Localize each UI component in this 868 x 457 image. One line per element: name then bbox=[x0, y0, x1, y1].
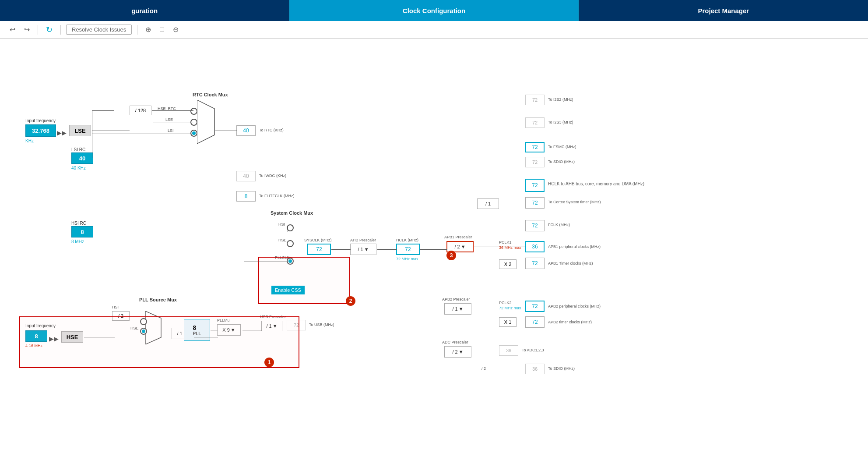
line-hse-div1 bbox=[84, 337, 115, 337]
pclk2-max-label: 72 MHz max bbox=[499, 306, 521, 310]
lsi-line-label: LSI bbox=[168, 128, 174, 133]
input-freq-label: Input frequency bbox=[25, 118, 56, 123]
line-apb1-pclk1 bbox=[474, 247, 526, 247]
to-usb-label: To USB (MHz) bbox=[309, 322, 334, 327]
line-ahb-hclk bbox=[377, 249, 397, 250]
fclk-value: 72 bbox=[525, 220, 545, 231]
hsi-rc-label: HSI RC bbox=[71, 221, 86, 226]
annotation-circle-1: 1 bbox=[264, 358, 274, 367]
to-flitfclk-value: 8 bbox=[236, 191, 256, 202]
to-rtc-label: To RTC (KHz) bbox=[259, 128, 284, 132]
apb2-prescaler-select[interactable]: / 1▼ bbox=[444, 303, 471, 315]
toolbar-separator-2 bbox=[60, 25, 61, 35]
to-i2s3-value: 72 bbox=[525, 117, 545, 128]
cortex-timer-select[interactable]: / 1 bbox=[477, 198, 499, 209]
pclk1-max-label: 36 MHz max bbox=[499, 245, 521, 250]
lse-line-label: LSE bbox=[165, 117, 173, 122]
rtc-mux-lsi-radio[interactable] bbox=[190, 130, 197, 137]
line-128-mux bbox=[152, 110, 193, 111]
ahb-prescaler-label: AHB Prescaler bbox=[350, 238, 376, 242]
toolbar: ↩ ↪ ↻ Resolve Clock Issues ⊕ □ ⊖ bbox=[0, 21, 868, 39]
enable-css-button[interactable]: Enable CSS bbox=[271, 286, 305, 294]
div2-bottom-label: / 2 bbox=[481, 366, 486, 371]
tab-configuration[interactable]: guration bbox=[0, 0, 289, 21]
line-div128-to bbox=[92, 110, 114, 111]
to-sdio-gray-value: 72 bbox=[525, 157, 545, 167]
div128-block: / 128 bbox=[130, 106, 151, 115]
to-rtc-value: 40 bbox=[236, 125, 256, 136]
line-hclk-apb1 bbox=[420, 249, 447, 250]
sys-mux-hse-radio[interactable] bbox=[287, 240, 294, 247]
apb1-prescaler-label: APB1 Prescaler bbox=[444, 235, 472, 239]
to-sdio-bottom-value: 36 bbox=[525, 364, 545, 374]
hsi-unit-label: 8 MHz bbox=[71, 239, 84, 244]
line-lse-mux bbox=[153, 123, 193, 123]
to-iwdg-value: 40 bbox=[236, 171, 256, 181]
lse-block[interactable]: LSE bbox=[69, 125, 91, 136]
fit-button[interactable]: □ bbox=[157, 25, 167, 35]
zoom-out-button[interactable]: ⊖ bbox=[170, 25, 181, 35]
tab-clock-configuration[interactable]: Clock Configuration bbox=[289, 0, 579, 21]
line-pll-usb bbox=[242, 330, 262, 330]
line-lsi-mux bbox=[92, 134, 193, 134]
toolbar-separator-3 bbox=[137, 25, 137, 35]
zoom-in-button[interactable]: ⊕ bbox=[143, 25, 154, 35]
enable-css-box bbox=[258, 257, 350, 304]
hsi-mux-label: HSI bbox=[278, 222, 285, 227]
pclk2-label: PCLK2 bbox=[499, 301, 512, 305]
rtc-mux-hse-radio[interactable] bbox=[190, 108, 197, 115]
apb1-timer-value: 72 bbox=[525, 258, 545, 269]
apb2-timer-value: 72 bbox=[525, 316, 545, 328]
pclk1-label: PCLK1 bbox=[499, 240, 512, 244]
annotation1-box bbox=[19, 316, 299, 368]
apb2-x1-block: X 1 bbox=[499, 317, 517, 327]
to-sdio-gray-label: To SDIO (MHz) bbox=[548, 159, 575, 164]
rtc-mux[interactable] bbox=[197, 100, 219, 144]
line-sysclk-ahb bbox=[331, 249, 351, 250]
line-lse-div128 bbox=[92, 131, 130, 131]
hclk-max-label: 72 MHz max bbox=[396, 257, 418, 261]
hclk-ahb-value: 72 bbox=[525, 179, 545, 192]
resolve-clock-issues-button[interactable]: Resolve Clock Issues bbox=[66, 25, 132, 35]
pll-source-mux-title: PLL Source Mux bbox=[139, 297, 177, 302]
header: guration Clock Configuration Project Man… bbox=[0, 0, 868, 21]
tab-project-manager[interactable]: Project Manager bbox=[579, 0, 868, 21]
redo-button[interactable]: ↪ bbox=[21, 25, 32, 35]
to-i2s2-label: To I2S2 (MHz) bbox=[548, 97, 573, 102]
ahb-prescaler-select[interactable]: / 1▼ bbox=[350, 244, 376, 255]
line-lse-v bbox=[92, 110, 92, 131]
toolbar-separator bbox=[38, 25, 38, 35]
sdio-bottom-div: / 2 bbox=[481, 366, 486, 371]
adc-label: To ADC1,2,3 bbox=[522, 348, 544, 352]
fclk-label: FCLK (MHz) bbox=[548, 223, 570, 227]
system-clock-mux-title: System Clock Mux bbox=[271, 210, 313, 216]
apb2-timer-label: APB2 timer clocks (MHz) bbox=[548, 320, 592, 324]
lse-arrows: ▶▶ bbox=[57, 129, 67, 136]
adc-prescaler-label: ADC Prescaler bbox=[442, 340, 468, 344]
to-flitfclk-label: To FLITFCLK (MHz) bbox=[259, 194, 295, 198]
adc-prescaler-select[interactable]: / 2▼ bbox=[444, 346, 471, 358]
lsi-rc-label: LSI RC bbox=[71, 147, 85, 152]
rtc-mux-lse-radio[interactable] bbox=[190, 119, 197, 126]
to-iwdg-label: To IWDG (KHz) bbox=[259, 174, 286, 178]
lse-value-block: 32.768 bbox=[25, 124, 56, 137]
sysclk-label: SYSCLK (MHz) bbox=[304, 238, 332, 242]
line-pll-sysmux bbox=[244, 262, 288, 262]
line-div1-pll bbox=[194, 337, 218, 337]
line-mux-rtc bbox=[215, 131, 237, 131]
refresh-button[interactable]: ↻ bbox=[43, 24, 55, 35]
annotation-circle-3: 3 bbox=[446, 251, 456, 260]
svg-marker-0 bbox=[197, 100, 214, 144]
to-fsmc-label: To FSMC (MHz) bbox=[548, 145, 576, 149]
apb2-prescaler-label: APB2 Prescaler bbox=[442, 297, 470, 301]
hclk-ahb-label: HCLK to AHB bus, core, memory and DMA (M… bbox=[548, 181, 644, 187]
clock-diagram-canvas: Input frequency 32.768 KHz ▶▶ LSE LSI RC… bbox=[0, 39, 868, 457]
cortex-timer-label: To Cortex System timer (MHz) bbox=[548, 200, 601, 204]
apb1-timer-label: APB1 Timer clocks (MHz) bbox=[548, 261, 593, 266]
hsi-value-block: 8 bbox=[71, 226, 93, 237]
lse-unit-label: KHz bbox=[25, 138, 34, 143]
undo-button[interactable]: ↩ bbox=[7, 25, 18, 35]
lsi-unit-label: 40 KHz bbox=[71, 166, 86, 170]
annotation-circle-2: 2 bbox=[346, 296, 355, 306]
line-lsi-v bbox=[92, 131, 92, 158]
